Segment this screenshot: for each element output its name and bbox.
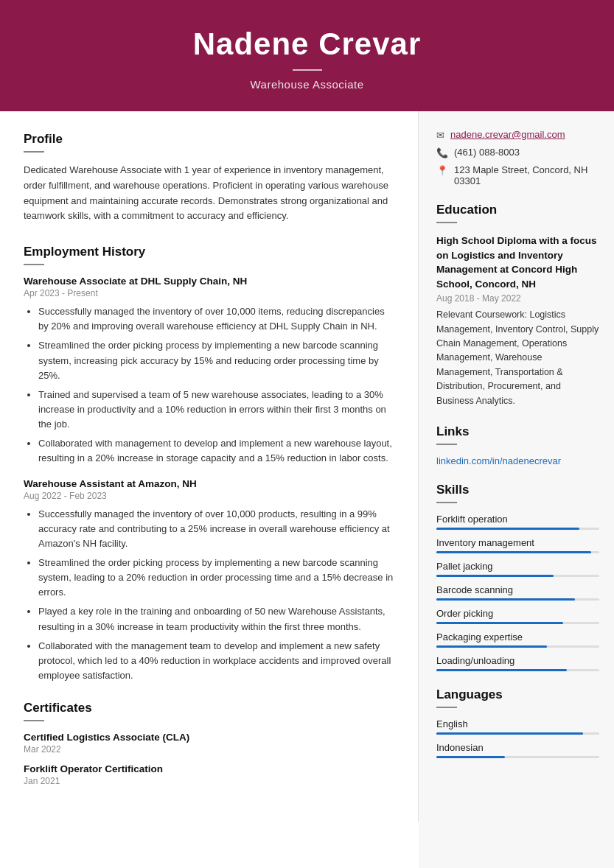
email-icon: ✉ <box>436 130 444 141</box>
skill-bar-bg-5 <box>436 645 599 648</box>
job-2-bullet-1: Successfully managed the inventory of ov… <box>38 507 397 551</box>
employment-title: Employment History <box>24 245 397 259</box>
contact-email-row: ✉ nadene.crevar@gmail.com <box>436 129 599 141</box>
skill-item-1: Inventory management <box>436 537 599 553</box>
lang-item-0: English <box>436 718 599 735</box>
education-section: Education High School Diploma with a foc… <box>436 203 599 408</box>
skill-item-2: Pallet jacking <box>436 561 599 577</box>
lang-bar-bg-1 <box>436 756 599 758</box>
job-1-bullets: Successfully managed the inventory of ov… <box>24 304 397 466</box>
job-1-dates: Apr 2023 - Present <box>24 288 397 298</box>
skill-bar-bg-2 <box>436 575 599 577</box>
skills-list: Forklift operation Inventory management … <box>436 514 599 671</box>
languages-divider <box>436 707 457 708</box>
cert-1-date: Mar 2022 <box>24 744 397 755</box>
job-1-bullet-1: Successfully managed the inventory of ov… <box>38 304 397 334</box>
linkedin-link[interactable]: linkedin.com/in/nadenecrevar <box>436 455 561 466</box>
lang-bar-bg-0 <box>436 732 599 735</box>
skills-title: Skills <box>436 483 599 497</box>
contact-email[interactable]: nadene.crevar@gmail.com <box>450 129 565 140</box>
skill-item-0: Forklift operation <box>436 514 599 530</box>
links-title: Links <box>436 424 599 439</box>
profile-section: Profile Dedicated Warehouse Associate wi… <box>24 132 397 224</box>
skill-item-6: Loading/unloading <box>436 655 599 671</box>
job-1-title: Warehouse Associate at DHL Supply Chain,… <box>24 276 397 287</box>
job-2-dates: Aug 2022 - Feb 2023 <box>24 491 397 501</box>
employment-divider <box>24 264 44 265</box>
job-2-title: Warehouse Assistant at Amazon, NH <box>24 478 397 489</box>
candidate-name: Nadene Crevar <box>15 27 599 62</box>
skill-bar-bg-3 <box>436 598 599 601</box>
profile-text: Dedicated Warehouse Associate with 1 yea… <box>24 163 397 224</box>
contact-section: ✉ nadene.crevar@gmail.com 📞 (461) 088-80… <box>436 129 599 186</box>
links-section: Links linkedin.com/in/nadenecrevar <box>436 424 599 466</box>
contact-address-row: 📍 123 Maple Street, Concord, NH 03301 <box>436 164 599 186</box>
lang-name-0: English <box>436 718 599 729</box>
employment-section: Employment History Warehouse Associate a… <box>24 245 397 683</box>
job-1: Warehouse Associate at DHL Supply Chain,… <box>24 276 397 466</box>
education-title: Education <box>436 203 599 217</box>
resume-wrapper: Nadene Crevar Warehouse Associate Profil… <box>0 0 614 868</box>
body-content: Profile Dedicated Warehouse Associate wi… <box>0 111 614 868</box>
cert-2-name: Forklift Operator Certification <box>24 763 397 774</box>
cert-divider <box>24 720 44 721</box>
cert-2: Forklift Operator Certification Jan 2021 <box>24 763 397 786</box>
profile-title: Profile <box>24 132 397 147</box>
job-1-bullet-3: Trained and supervised a team of 5 new w… <box>38 388 397 432</box>
profile-divider <box>24 151 44 153</box>
edu-dates: Aug 2018 - May 2022 <box>436 293 599 304</box>
skill-bar-fill-6 <box>436 669 567 671</box>
cert-2-date: Jan 2021 <box>24 776 397 786</box>
candidate-title: Warehouse Associate <box>15 78 599 91</box>
job-2-bullet-2: Streamlined the order picking process by… <box>38 556 397 600</box>
skill-item-4: Order picking <box>436 608 599 624</box>
cert-1: Certified Logistics Associate (CLA) Mar … <box>24 732 397 755</box>
skill-name-5: Packaging expertise <box>436 631 599 643</box>
languages-section: Languages English Indonesian <box>436 687 599 758</box>
skill-name-6: Loading/unloading <box>436 655 599 666</box>
job-1-bullet-4: Collaborated with management to develop … <box>38 436 397 466</box>
edu-degree: High School Diploma with a focus on Logi… <box>436 234 599 291</box>
job-1-bullet-2: Streamlined the order picking process by… <box>38 338 397 382</box>
skill-bar-fill-2 <box>436 575 554 577</box>
skill-bar-fill-5 <box>436 645 547 648</box>
languages-list: English Indonesian <box>436 718 599 758</box>
lang-item-1: Indonesian <box>436 742 599 758</box>
cert-1-name: Certified Logistics Associate (CLA) <box>24 732 397 743</box>
job-2-bullet-3: Played a key role in the training and on… <box>38 604 397 634</box>
skills-divider <box>436 502 457 503</box>
skill-bar-fill-4 <box>436 622 563 624</box>
job-2-bullet-4: Collaborated with the management team to… <box>38 639 397 683</box>
cert-title: Certificates <box>24 701 397 715</box>
job-2-bullets: Successfully managed the inventory of ov… <box>24 507 397 684</box>
skill-name-3: Barcode scanning <box>436 584 599 595</box>
contact-address: 123 Maple Street, Concord, NH 03301 <box>454 164 599 186</box>
skill-name-4: Order picking <box>436 608 599 619</box>
skill-item-5: Packaging expertise <box>436 631 599 648</box>
phone-icon: 📞 <box>436 147 448 158</box>
skill-bar-fill-3 <box>436 598 575 601</box>
contact-phone-row: 📞 (461) 088-8003 <box>436 147 599 158</box>
right-column: ✉ nadene.crevar@gmail.com 📞 (461) 088-80… <box>419 111 614 868</box>
skill-name-0: Forklift operation <box>436 514 599 525</box>
lang-bar-fill-1 <box>436 756 505 758</box>
job-2: Warehouse Assistant at Amazon, NH Aug 20… <box>24 478 397 684</box>
skill-bar-fill-1 <box>436 551 591 553</box>
header-divider <box>293 69 322 71</box>
skill-bar-bg-1 <box>436 551 599 553</box>
skill-name-1: Inventory management <box>436 537 599 548</box>
edu-coursework: Relevant Coursework: Logistics Managemen… <box>436 308 599 408</box>
skill-name-2: Pallet jacking <box>436 561 599 572</box>
skill-bar-fill-0 <box>436 528 579 530</box>
education-divider <box>436 222 457 223</box>
certificates-section: Certificates Certified Logistics Associa… <box>24 701 397 786</box>
lang-bar-fill-0 <box>436 732 583 735</box>
resume-header: Nadene Crevar Warehouse Associate <box>0 0 614 111</box>
links-divider <box>436 444 457 445</box>
skill-bar-bg-4 <box>436 622 599 624</box>
left-column: Profile Dedicated Warehouse Associate wi… <box>0 111 419 822</box>
skill-bar-bg-0 <box>436 528 599 530</box>
skill-item-3: Barcode scanning <box>436 584 599 601</box>
location-icon: 📍 <box>436 165 448 176</box>
lang-name-1: Indonesian <box>436 742 599 753</box>
